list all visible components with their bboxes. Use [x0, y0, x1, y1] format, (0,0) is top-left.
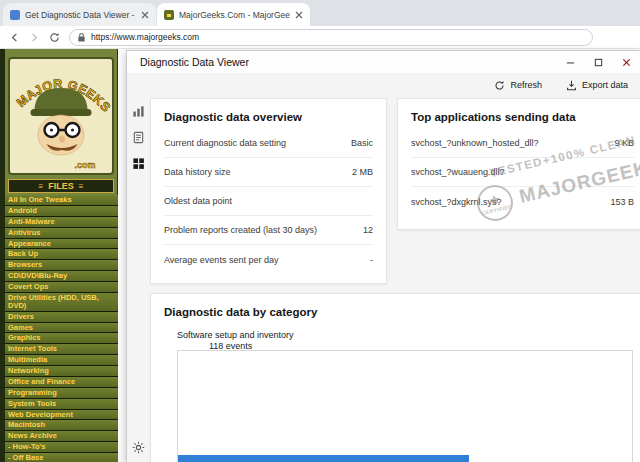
app-toolbar: Refresh Export data [127, 73, 640, 97]
sidebar-category-link[interactable]: - How-To's [5, 442, 118, 453]
top-apps-rows: svchost_?unknown_hosted_dll? 9 KB svchos… [398, 129, 640, 216]
bar-chart-nav-icon[interactable] [132, 105, 145, 118]
category-card-title: Diagnostic data by category [151, 294, 640, 324]
browser-tab-majorgeeks[interactable]: MajorGeeks.Com - MajorGeeks [157, 3, 310, 26]
close-button[interactable] [612, 51, 640, 73]
sidebar-category-link[interactable]: Browsers [5, 260, 118, 271]
chart-selected-category: Software setup and inventory [177, 330, 640, 340]
menu-lines-icon: ≡ [79, 182, 84, 191]
maximize-button[interactable] [584, 51, 612, 73]
forward-icon[interactable] [29, 32, 40, 43]
app-name: svchost_?wuaueng.dll? [411, 167, 505, 177]
refresh-icon [494, 80, 505, 91]
export-data-label: Export data [582, 80, 628, 90]
logo-dotcom-text: .com [75, 160, 96, 170]
back-icon[interactable] [9, 32, 20, 43]
sidebar-category-link[interactable]: Internet Tools [5, 344, 118, 355]
sidebar-category-link[interactable]: Office and Finance [5, 377, 118, 388]
overview-card: Diagnostic data overview Current diagnos… [150, 98, 387, 284]
majorgeeks-sidebar: MAJOR GEEKS .com ≡ FILES [5, 49, 118, 462]
sidebar-category-link[interactable]: Drive Utilities (HDD, USB, DVD) [5, 293, 118, 312]
sidebar-category-link[interactable]: Multimedia [5, 355, 118, 366]
tab-favicon-majorgeeks [164, 10, 174, 20]
window-controls [556, 51, 640, 73]
stat-label: Problem reports created (last 30 days) [164, 225, 317, 235]
sidebar-category-link[interactable]: Graphics [5, 333, 118, 344]
sidebar-category-link[interactable]: Covert Ops [5, 282, 118, 293]
app-data-row: svchost_?dxgkrnl.sys? 153 B [411, 187, 634, 216]
sidebar-category-link[interactable]: Android [5, 206, 118, 217]
sidebar-category-link[interactable]: CD\DVD\Blu-Ray [5, 271, 118, 282]
minimize-button[interactable] [556, 51, 584, 73]
app-titlebar: Diagnostic Data Viewer [127, 51, 640, 73]
category-chart-bar[interactable] [178, 455, 469, 462]
events-document-nav-icon[interactable] [132, 131, 145, 144]
export-icon [566, 80, 577, 91]
sidebar-category-link[interactable]: Antivirus [5, 228, 118, 239]
tab-close-icon[interactable] [295, 11, 303, 19]
export-data-button[interactable]: Export data [566, 80, 628, 91]
majorgeeks-logo[interactable]: MAJOR GEEKS .com [8, 57, 114, 175]
refresh-button[interactable]: Refresh [494, 80, 542, 91]
sidebar-category-link[interactable]: Programming [5, 388, 118, 399]
tab-title: MajorGeeks.Com - MajorGeeks [179, 10, 290, 20]
diagnostic-data-viewer-window: Diagnostic Data Viewer Refresh Export [126, 50, 640, 462]
sidebar-category-link[interactable]: News Archive [5, 431, 118, 442]
stat-value: Basic [351, 138, 373, 148]
browser-tab-diagnostic[interactable]: Get Diagnostic Data Viewer - Mi... [3, 3, 156, 26]
stat-value: - [370, 255, 373, 265]
url-text: https://www.majorgeeks.com [91, 32, 199, 42]
stat-row: Average events sent per day - [164, 245, 373, 274]
sidebar-category-link[interactable]: Appearance [5, 239, 118, 250]
app-content: Diagnostic data overview Current diagnos… [149, 97, 640, 462]
refresh-label: Refresh [510, 80, 542, 90]
reload-icon[interactable] [49, 32, 60, 43]
sidebar-category-link[interactable]: Web Development [5, 410, 118, 421]
tab-favicon-store [10, 10, 20, 20]
browser-tab-bar: Get Diagnostic Data Viewer - Mi... Major… [0, 0, 640, 26]
files-header-label: FILES [48, 181, 74, 191]
sidebar-category-link[interactable]: Games [5, 323, 118, 334]
webpage: MAJOR GEEKS .com ≡ FILES [0, 49, 640, 462]
overview-grid-nav-icon-selected[interactable] [132, 157, 145, 170]
sidebar-category-link[interactable]: System Tools [5, 399, 118, 410]
app-data-size: 153 B [610, 197, 634, 207]
tab-close-icon[interactable] [141, 11, 149, 19]
category-chart-area [177, 350, 633, 462]
stat-value: 12 [363, 225, 373, 235]
lock-icon[interactable] [77, 32, 86, 43]
tab-title: Get Diagnostic Data Viewer - Mi... [25, 10, 136, 20]
stat-label: Current diagnostic data setting [164, 138, 286, 148]
app-name: svchost_?unknown_hosted_dll? [411, 138, 539, 148]
stat-row: Current diagnostic data setting Basic [164, 129, 373, 158]
stat-row: Problem reports created (last 30 days) 1… [164, 216, 373, 245]
stat-label: Data history size [164, 167, 231, 177]
sidebar-category-link[interactable]: Networking [5, 366, 118, 377]
app-name: svchost_?dxgkrnl.sys? [411, 197, 502, 207]
address-bar[interactable]: https://www.majorgeeks.com [69, 29, 593, 46]
menu-lines-icon: ≡ [39, 182, 44, 191]
sidebar-category-link[interactable]: Drivers [5, 312, 118, 323]
stat-label: Average events sent per day [164, 255, 278, 265]
files-category-menu: All In One Tweaks Android Anti-Malware A… [5, 195, 118, 462]
browser-toolbar: https://www.majorgeeks.com [0, 26, 640, 49]
top-apps-card: Top applications sending data svchost_?u… [397, 98, 640, 230]
stat-label: Oldest data point [164, 196, 232, 206]
sidebar-category-link[interactable]: - Off Base [5, 453, 118, 462]
sidebar-category-link[interactable]: Macintosh [5, 420, 118, 431]
app-data-size: 9 KB [614, 138, 634, 148]
stat-row: Oldest data point [164, 187, 373, 216]
stat-row: Data history size 2 MB [164, 158, 373, 187]
sidebar-category-link[interactable]: All In One Tweaks [5, 195, 118, 206]
category-card: Diagnostic data by category Software set… [150, 293, 640, 462]
overview-rows: Current diagnostic data setting Basic Da… [151, 129, 386, 274]
settings-gear-icon[interactable] [127, 441, 149, 454]
sidebar-category-link[interactable]: Anti-Malware [5, 217, 118, 228]
screenshot-root: Get Diagnostic Data Viewer - Mi... Major… [0, 0, 640, 462]
stat-value: 2 MB [352, 167, 373, 177]
app-window-title: Diagnostic Data Viewer [140, 56, 249, 68]
files-header: ≡ FILES ≡ [8, 179, 114, 193]
top-apps-card-title: Top applications sending data [398, 99, 640, 129]
sidebar-category-link[interactable]: Back Up [5, 249, 118, 260]
overview-card-title: Diagnostic data overview [151, 99, 386, 129]
